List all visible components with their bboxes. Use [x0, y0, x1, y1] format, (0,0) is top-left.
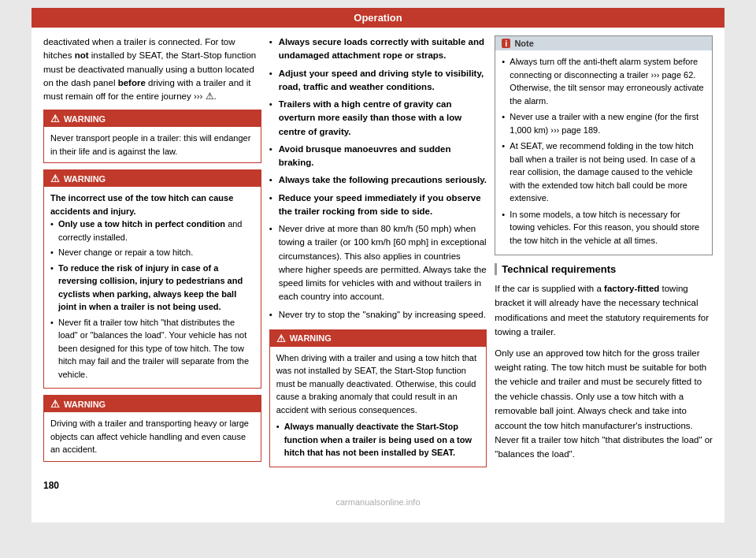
tech-section: Technical requirements If the car is sup… [495, 263, 713, 462]
note-label: Note [514, 39, 533, 48]
warning-box-2: ⚠ WARNING The incorrect use of the tow h… [43, 169, 261, 389]
list-item: Adjust your speed and driving style to v… [269, 67, 487, 95]
warning-icon-3: ⚠ [50, 398, 60, 410]
warning2-list: Only use a tow hitch in perfect conditio… [50, 218, 254, 381]
warning-header-2: ⚠ WARNING [44, 170, 261, 187]
warning-label-1: WARNING [64, 114, 106, 124]
warning-header-3: ⚠ WARNING [44, 396, 261, 412]
page-header: Operation [32, 8, 724, 28]
list-item: Never fit a trailer tow hitch "that dist… [50, 316, 254, 381]
warning-label-2: WARNING [64, 174, 106, 184]
page: Operation deactivated when a trailer is … [32, 8, 724, 523]
list-item: Never use a trailer with a new engine (f… [502, 110, 706, 136]
warning-label-mid: WARNING [290, 333, 332, 343]
warning-header-1: ⚠ WARNING [44, 110, 261, 127]
mid-column: Always secure loads correctly with suita… [269, 35, 487, 474]
note-header: i Note [495, 36, 712, 50]
list-item: In some models, a tow hitch is necessary… [502, 208, 706, 247]
warning-text-3: Driving with a trailer and transporting … [50, 418, 249, 454]
warning-body-1: Never transport people in a trailer: thi… [44, 127, 261, 162]
list-item: Trailers with a high centre of gravity c… [269, 98, 487, 139]
mid-bullets-section: Always secure loads correctly with suita… [269, 35, 487, 322]
info-icon: i [502, 39, 510, 48]
watermark: carmanualsonline.info [32, 497, 724, 507]
list-item: Never try to stop the "snaking" by incre… [269, 308, 487, 322]
header-title: Operation [354, 12, 402, 24]
intro-paragraph: deactivated when a trailer is connected.… [43, 35, 261, 103]
tech-body-1: If the car is supplied with a factory-fi… [495, 281, 713, 462]
mid-warning-list: Always manually deactivate the Start-Sto… [276, 420, 480, 459]
tech-para-2: Only use an approved tow hitch for the g… [495, 346, 713, 462]
mid-bullet-list: Always secure loads correctly with suita… [269, 35, 487, 322]
note-box: i Note Always turn off the anti-theft al… [495, 35, 713, 255]
list-item: Always manually deactivate the Start-Sto… [276, 420, 480, 459]
page-number: 180 [32, 474, 724, 491]
warning-body-2: The incorrect use of the tow hitch can c… [44, 187, 261, 388]
list-item: Never change or repair a tow hitch. [50, 246, 254, 259]
list-item: Avoid brusque manoeuvres and sudden brak… [269, 143, 487, 170]
left-column: deactivated when a trailer is connected.… [43, 35, 261, 474]
list-item: Reduce your speed immediately if you obs… [269, 192, 487, 219]
warning-body-mid: When driving with a trailer and using a … [270, 347, 487, 467]
warning-icon-2: ⚠ [50, 173, 60, 184]
note-list: Always turn off the anti-theft alarm sys… [502, 55, 706, 247]
list-item: To reduce the risk of injury in case of … [50, 262, 254, 314]
tech-title: Technical requirements [495, 263, 713, 275]
main-content: deactivated when a trailer is connected.… [32, 35, 724, 474]
list-item: At SEAT, we recommend folding in the tow… [502, 140, 706, 205]
warning-box-3: ⚠ WARNING Driving with a trailer and tra… [43, 395, 261, 462]
warning-icon-1: ⚠ [50, 113, 60, 125]
warning2-title: The incorrect use of the tow hitch can c… [50, 192, 254, 218]
warning-header-mid: ⚠ WARNING [270, 330, 487, 347]
list-item: Always secure loads correctly with suita… [269, 35, 487, 63]
list-item: Always turn off the anti-theft alarm sys… [502, 55, 706, 107]
mid-warning-intro: When driving with a trailer and using a … [276, 352, 480, 417]
right-column: i Note Always turn off the anti-theft al… [495, 35, 713, 474]
tech-para-1: If the car is supplied with a factory-fi… [495, 281, 713, 340]
note-body: Always turn off the anti-theft alarm sys… [495, 50, 712, 255]
warning-box-1: ⚠ WARNING Never transport people in a tr… [43, 110, 261, 163]
list-item: Never drive at more than 80 km/h (50 mph… [269, 222, 487, 304]
list-item: Only use a tow hitch in perfect conditio… [50, 218, 254, 244]
warning-body-3: Driving with a trailer and transporting … [44, 412, 261, 461]
warning-icon-mid: ⚠ [276, 333, 286, 344]
warning-text-1: Never transport people in a trailer: thi… [50, 133, 250, 156]
warning-label-3: WARNING [64, 400, 106, 409]
warning-box-mid: ⚠ WARNING When driving with a trailer an… [269, 329, 487, 467]
list-item: Always take the following precautions se… [269, 173, 487, 187]
